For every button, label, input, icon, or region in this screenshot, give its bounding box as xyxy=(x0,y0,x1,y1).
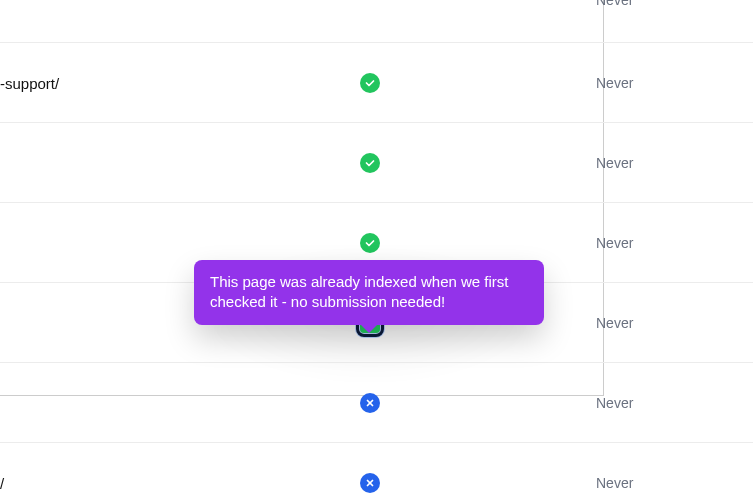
table-row xyxy=(0,0,753,20)
url-text: / xyxy=(0,474,4,491)
schedule-label: Never xyxy=(596,395,633,411)
status-cell[interactable] xyxy=(360,233,380,253)
table-row: / Never xyxy=(0,442,753,502)
tooltip: This page was already indexed when we fi… xyxy=(194,260,544,325)
schedule-label: Never xyxy=(596,475,633,491)
status-cell[interactable] xyxy=(360,473,380,493)
schedule-label: Never xyxy=(596,75,633,91)
x-circle-icon xyxy=(360,473,380,493)
table-row: Never xyxy=(0,362,753,442)
table-row: Never xyxy=(0,122,753,202)
schedule-label: Never xyxy=(596,235,633,251)
url-text: -support/ xyxy=(0,74,59,91)
schedule-label: Never xyxy=(596,155,633,171)
status-cell[interactable] xyxy=(360,153,380,173)
check-circle-icon xyxy=(360,153,380,173)
table-row: -support/ Never xyxy=(0,42,753,122)
check-circle-icon xyxy=(360,73,380,93)
schedule-label: Never xyxy=(596,315,633,331)
status-cell[interactable] xyxy=(360,393,380,413)
tooltip-text: This page was already indexed when we fi… xyxy=(210,273,509,310)
status-cell[interactable] xyxy=(360,73,380,93)
x-circle-icon xyxy=(360,393,380,413)
check-circle-icon xyxy=(360,233,380,253)
